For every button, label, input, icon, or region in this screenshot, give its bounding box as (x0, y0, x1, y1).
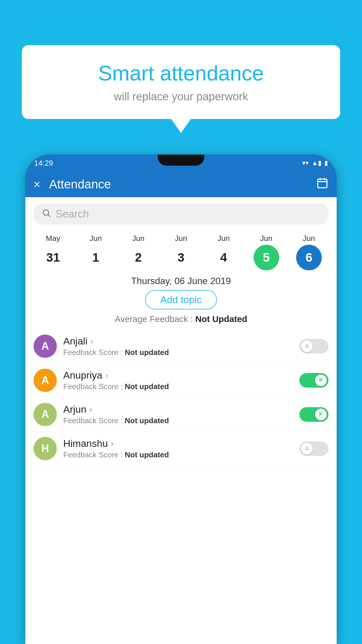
attendance-toggle[interactable]: A (299, 441, 328, 456)
student-item[interactable]: AAnjali ›Feedback Score : Not updatedA (30, 329, 332, 363)
search-placeholder: Search (56, 208, 89, 220)
student-item[interactable]: AArjun ›Feedback Score : Not updatedP (30, 398, 332, 432)
student-feedback: Feedback Score : Not updated (63, 348, 299, 357)
student-feedback: Feedback Score : Not updated (63, 450, 299, 459)
phone-frame: 14:29 ▾▾ ▲▮ ▮ × Attendance (25, 155, 337, 644)
battery-icon: ▮ (324, 159, 328, 167)
student-avatar: A (34, 369, 57, 392)
cal-day[interactable]: 2 (126, 245, 151, 270)
student-name: Anupriya › (63, 370, 299, 381)
calendar-row: May31Jun1Jun2Jun3Jun4Jun5Jun6 (25, 231, 337, 270)
cal-day[interactable]: 5 (254, 245, 279, 270)
svg-rect-0 (318, 179, 327, 188)
app-bar-title: Attendance (49, 177, 316, 191)
calendar-col[interactable]: Jun1 (78, 234, 113, 270)
toggle-switch[interactable]: P (299, 407, 328, 422)
status-time: 14:29 (34, 159, 53, 168)
calendar-col[interactable]: Jun6 (291, 234, 326, 270)
close-button[interactable]: × (34, 178, 40, 191)
cal-month: Jun (303, 234, 315, 243)
wifi-icon: ▾▾ (302, 159, 309, 167)
cal-day[interactable]: 3 (168, 245, 194, 270)
student-name: Anjali › (63, 335, 299, 347)
bubble-title: Smart attendance (39, 61, 323, 85)
student-list: AAnjali ›Feedback Score : Not updatedAAA… (25, 329, 337, 466)
cal-day[interactable]: 6 (296, 245, 322, 270)
toggle-switch[interactable]: P (299, 373, 328, 388)
cal-day[interactable]: 1 (83, 245, 108, 270)
student-feedback: Feedback Score : Not updated (63, 382, 299, 391)
attendance-toggle[interactable]: A (299, 339, 328, 354)
cal-day[interactable]: 31 (40, 245, 66, 270)
student-feedback: Feedback Score : Not updated (63, 416, 299, 425)
calendar-col[interactable]: Jun5 (249, 234, 284, 270)
cal-month: May (46, 234, 60, 243)
calendar-icon[interactable] (316, 177, 328, 192)
toggle-knob: A (301, 340, 313, 352)
attendance-toggle[interactable]: P (299, 407, 328, 422)
cal-month: Jun (217, 234, 230, 243)
avg-feedback: Average Feedback : Not Updated (25, 314, 337, 324)
student-item[interactable]: AAnupriya ›Feedback Score : Not updatedP (30, 363, 332, 398)
signal-icon: ▲▮ (312, 159, 321, 167)
student-avatar: H (34, 437, 57, 460)
calendar-col[interactable]: Jun4 (206, 234, 241, 270)
student-item[interactable]: HHimanshu ›Feedback Score : Not updatedA (30, 432, 332, 466)
student-avatar: A (34, 403, 57, 426)
chevron-icon: › (90, 337, 93, 346)
add-topic-button[interactable]: Add topic (145, 290, 217, 309)
cal-month: Jun (89, 234, 102, 243)
calendar-col[interactable]: May31 (36, 234, 71, 270)
toggle-knob: A (301, 443, 313, 454)
cal-month: Jun (175, 234, 187, 243)
student-name: Himanshu › (63, 438, 299, 449)
toggle-switch[interactable]: A (299, 339, 328, 354)
cal-month: Jun (260, 234, 273, 243)
chevron-icon: › (89, 405, 92, 414)
bubble-subtitle: will replace your paperwork (39, 90, 323, 103)
phone-notch (158, 155, 204, 166)
toggle-knob: P (315, 374, 327, 386)
chevron-icon: › (111, 439, 113, 448)
student-name: Arjun › (63, 404, 299, 415)
student-avatar: A (34, 335, 57, 358)
student-info: Arjun ›Feedback Score : Not updated (63, 404, 299, 425)
app-bar: × Attendance (25, 172, 337, 197)
search-icon (42, 208, 51, 220)
cal-month: Jun (132, 234, 145, 243)
status-icons: ▾▾ ▲▮ ▮ (302, 159, 328, 167)
student-info: Anjali ›Feedback Score : Not updated (63, 335, 299, 357)
attendance-toggle[interactable]: P (299, 373, 328, 388)
student-info: Himanshu ›Feedback Score : Not updated (63, 438, 299, 459)
date-label: Thursday, 06 June 2019 (25, 276, 337, 286)
calendar-col[interactable]: Jun3 (164, 234, 198, 270)
toggle-switch[interactable]: A (299, 441, 328, 456)
svg-line-5 (48, 215, 50, 217)
screen-content: Search May31Jun1Jun2Jun3Jun4Jun5Jun6 Thu… (25, 197, 337, 644)
chevron-icon: › (105, 371, 108, 380)
cal-day[interactable]: 4 (211, 245, 236, 270)
toggle-knob: P (315, 409, 327, 420)
search-bar[interactable]: Search (34, 204, 328, 225)
svg-point-4 (43, 210, 49, 215)
student-info: Anupriya ›Feedback Score : Not updated (63, 370, 299, 391)
speech-bubble: Smart attendance will replace your paper… (22, 45, 340, 119)
calendar-col[interactable]: Jun2 (121, 234, 156, 270)
